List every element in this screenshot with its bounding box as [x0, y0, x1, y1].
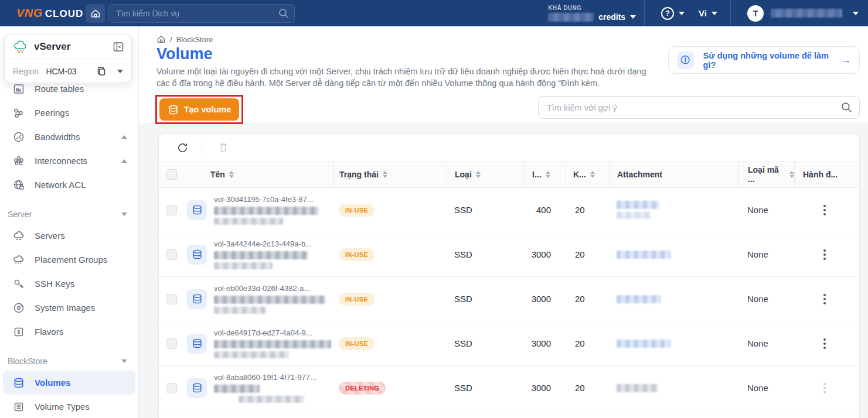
volume-icon: [187, 334, 207, 354]
row-actions-menu[interactable]: [821, 247, 828, 262]
arrow-right-icon: →: [842, 55, 851, 66]
attachment-redacted: [617, 251, 670, 259]
copy-region-button[interactable]: [96, 66, 107, 77]
delete-button[interactable]: [215, 139, 232, 156]
volume-subname-redacted: [214, 351, 289, 358]
volume-iops: 400: [525, 205, 566, 215]
search-icon[interactable]: [840, 101, 853, 114]
row-actions-menu[interactable]: [821, 203, 828, 218]
language-selector[interactable]: Vi: [699, 8, 730, 18]
volume-id[interactable]: vol-8aba8060-19f1-4f71-977...: [214, 373, 316, 382]
sidebar-item-servers[interactable]: Servers: [3, 224, 135, 248]
collapse-up-icon[interactable]: [121, 159, 127, 163]
language-label: Vi: [699, 8, 707, 18]
table-toolbar: [159, 134, 859, 162]
row-checkbox[interactable]: [166, 383, 177, 393]
interconnect-icon: [13, 155, 25, 167]
status-badge: IN-USE: [339, 293, 375, 306]
home-button[interactable]: [86, 4, 105, 23]
trash-icon: [217, 142, 229, 153]
page-description: Volume một loại tài nguyên đi chung với …: [156, 66, 658, 89]
select-all-checkbox[interactable]: [166, 169, 177, 180]
volume-id[interactable]: vol-de64917d-ed27-4a04-9...: [214, 328, 331, 337]
sidebar-item-placement-groups[interactable]: Placement Groups: [3, 248, 135, 272]
volume-help-banner[interactable]: ⓘ Sử dụng những volume để làm gì? →: [668, 46, 860, 74]
sort-icon[interactable]: [229, 171, 234, 178]
credits-widget[interactable]: KHẢ DỤNG credits: [548, 5, 636, 22]
collapse-panel-button[interactable]: [113, 41, 124, 53]
table-row: vol-de64917d-ed27-4a04-9... IN-USE SSD 3…: [159, 321, 859, 366]
service-search: [108, 4, 295, 23]
placement-group-icon: [13, 254, 25, 266]
row-actions-menu[interactable]: [821, 336, 828, 351]
volume-id[interactable]: vol-eb00e33d-026f-4382-a...: [214, 284, 325, 293]
attachment-redacted: [617, 340, 670, 348]
sort-icon[interactable]: [546, 171, 550, 178]
breadcrumb-blockstore[interactable]: BlockStore: [176, 35, 213, 44]
search-icon[interactable]: [278, 8, 290, 19]
navbar-right: KHẢ DỤNG credits ? Vi T: [548, 0, 868, 26]
column-header-name[interactable]: Tên: [187, 162, 333, 187]
sidebar: vServer Region HCM-03 Route tables Peeri…: [0, 26, 139, 418]
sidebar-item-network-acl[interactable]: Network ACL: [3, 173, 135, 197]
service-search-input[interactable]: [108, 4, 295, 23]
sort-icon[interactable]: [476, 171, 481, 178]
info-icon: ⓘ: [677, 52, 694, 69]
row-checkbox[interactable]: [166, 205, 177, 215]
volume-id[interactable]: vol-3a44244e-2c13-449a-b...: [214, 239, 312, 248]
row-checkbox[interactable]: [166, 294, 177, 304]
vng-cloud-logo[interactable]: VNG CLOUD: [16, 6, 81, 20]
gauge-icon: [13, 131, 25, 143]
volume-id[interactable]: vol-30d41195-7c0a-4fe3-87...: [214, 195, 318, 204]
column-header-size[interactable]: K...: [566, 162, 610, 187]
page-header: / BlockStore Volume Volume một loại tài …: [139, 26, 868, 124]
row-checkbox[interactable]: [166, 338, 177, 349]
column-header-type[interactable]: Loại: [447, 162, 525, 187]
sort-icon[interactable]: [383, 171, 387, 178]
sort-icon[interactable]: [789, 171, 794, 178]
attachment-redacted: [617, 201, 659, 209]
volume-type: SSD: [447, 338, 525, 348]
column-header-type-code[interactable]: Loại mã ...: [738, 162, 794, 187]
refresh-button[interactable]: [174, 139, 191, 156]
row-actions-menu[interactable]: [821, 292, 828, 307]
user-menu[interactable]: T: [731, 5, 868, 22]
sidebar-section-server[interactable]: Server: [0, 205, 138, 224]
vserver-cloud-icon: [13, 40, 28, 54]
collapse-up-icon[interactable]: [121, 135, 127, 139]
help-banner-link[interactable]: Sử dụng những volume để làm gì?: [703, 51, 837, 70]
column-header-iops[interactable]: I...: [525, 162, 566, 187]
volume-icon: [187, 200, 207, 220]
table-search-input[interactable]: [538, 96, 860, 119]
annotation-highlight-box: Tạo volume: [155, 95, 243, 124]
create-volume-button[interactable]: Tạo volume: [159, 98, 239, 121]
volume-type-icon: [13, 401, 25, 413]
attachment-redacted: [617, 295, 661, 303]
sidebar-item-bandwidths[interactable]: Bandwidths: [3, 125, 135, 149]
volume-subname-redacted: [239, 396, 304, 403]
home-icon[interactable]: [156, 35, 166, 44]
sidebar-item-volume-types[interactable]: Volume Types: [3, 395, 135, 418]
home-icon: [90, 8, 101, 19]
sidebar-item-ssh-keys[interactable]: SSH Keys: [3, 272, 135, 296]
help-icon: ?: [661, 7, 674, 20]
sidebar-item-volumes[interactable]: Volumes: [3, 371, 135, 395]
volume-name-redacted: [214, 340, 331, 348]
volume-type: SSD: [447, 205, 525, 215]
volume-iops: 3000: [525, 294, 566, 304]
volume-iops: 3000: [525, 249, 566, 259]
volume-subname-redacted: [214, 262, 273, 269]
column-header-status[interactable]: Trạng thái: [333, 162, 447, 187]
help-menu[interactable]: ?: [645, 7, 699, 20]
sidebar-item-system-images[interactable]: System Images: [3, 296, 135, 320]
attachment-redacted: [617, 212, 651, 219]
status-badge: IN-USE: [339, 204, 375, 217]
sort-icon[interactable]: [590, 171, 595, 178]
sidebar-item-flavors[interactable]: $ Flavors: [3, 320, 135, 344]
region-selector[interactable]: Region HCM-03: [5, 59, 131, 83]
sidebar-item-peerings[interactable]: Peerings: [3, 101, 135, 125]
sidebar-section-blockstore[interactable]: BlockStore: [0, 352, 138, 371]
row-checkbox[interactable]: [166, 249, 177, 260]
sidebar-item-interconnects[interactable]: Interconnects: [3, 149, 135, 173]
volume-icon: [187, 378, 207, 398]
